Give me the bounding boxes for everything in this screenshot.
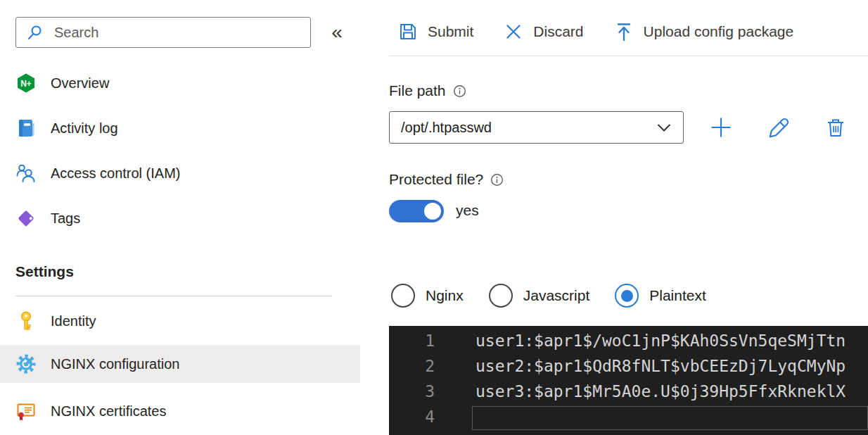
discard-label: Discard bbox=[533, 23, 583, 40]
radio-nginx[interactable]: Nginx bbox=[391, 284, 464, 308]
radio-javascript[interactable]: Javascript bbox=[489, 284, 590, 308]
sidebar-item-label: Overview bbox=[51, 75, 109, 92]
search-box[interactable] bbox=[15, 17, 311, 48]
sidebar-item-label: Tags bbox=[51, 210, 80, 227]
sidebar-item-label: NGINX certificates bbox=[51, 403, 166, 420]
line-text: user2:$apr1$QdR8fNLT$vbCEEzDj7LyqCMyNp bbox=[435, 357, 845, 375]
info-icon[interactable] bbox=[490, 173, 504, 187]
line-text: user3:$apr1$Mr5A0e.U$0j39Hp5FfxRkneklX bbox=[435, 382, 845, 401]
access-control-icon bbox=[15, 163, 37, 184]
save-icon bbox=[397, 21, 419, 42]
line-number: 4 bbox=[389, 408, 435, 426]
line-text: user1:$apr1$/woC1jnP$KAh0SsVn5qeSMjTtn bbox=[435, 332, 845, 350]
radio-circle-selected bbox=[615, 284, 639, 308]
file-path-label: File path bbox=[389, 82, 446, 99]
plus-icon bbox=[709, 115, 733, 139]
collapse-sidebar-button[interactable]: « bbox=[322, 18, 352, 46]
svg-text:N+: N+ bbox=[20, 79, 32, 89]
file-path-dropdown[interactable]: /opt/.htpasswd bbox=[389, 111, 684, 144]
toggle-knob bbox=[424, 203, 441, 220]
settings-divider bbox=[15, 296, 332, 296]
search-input[interactable] bbox=[54, 25, 302, 41]
close-icon bbox=[503, 21, 524, 42]
sidebar-item-label: NGINX configuration bbox=[51, 356, 179, 372]
settings-section-header: Settings bbox=[15, 263, 74, 280]
tag-icon bbox=[15, 208, 37, 229]
pencil-icon bbox=[768, 116, 791, 139]
editor-line: 3 user3:$apr1$Mr5A0e.U$0j39Hp5FfxRkneklX bbox=[389, 379, 868, 404]
submit-button[interactable]: Submit bbox=[397, 21, 473, 42]
editor-line: 1 user1:$apr1$/woC1jnP$KAh0SsVn5qeSMjTtn bbox=[389, 328, 868, 353]
file-path-value: /opt/.htpasswd bbox=[401, 120, 492, 136]
protected-file-label-row: Protected file? bbox=[389, 171, 504, 188]
gear-icon bbox=[15, 353, 37, 374]
sidebar-item-access-control[interactable]: Access control (IAM) bbox=[0, 153, 360, 193]
upload-label: Upload config package bbox=[644, 23, 794, 40]
protected-file-label: Protected file? bbox=[389, 171, 483, 188]
toolbar-divider bbox=[389, 56, 868, 56]
radio-label: Javascript bbox=[523, 287, 590, 304]
syntax-radio-group: Nginx Javascript Plaintext bbox=[391, 280, 706, 311]
radio-plaintext[interactable]: Plaintext bbox=[615, 284, 706, 308]
line-number: 1 bbox=[389, 332, 435, 350]
radio-label: Nginx bbox=[426, 287, 464, 304]
delete-file-button[interactable] bbox=[822, 111, 850, 144]
add-file-button[interactable] bbox=[707, 111, 735, 144]
current-line-highlight bbox=[472, 406, 868, 430]
protected-file-state: yes bbox=[456, 202, 479, 219]
command-bar: Submit Discard Upload config package bbox=[397, 15, 793, 49]
sidebar-item-nginx-configuration[interactable]: NGINX configuration bbox=[0, 345, 360, 383]
sidebar: « N+ Overview Activity log Access contro… bbox=[0, 0, 360, 435]
search-icon bbox=[25, 22, 46, 43]
submit-label: Submit bbox=[428, 23, 473, 40]
activity-log-icon bbox=[15, 118, 37, 139]
sidebar-item-overview[interactable]: N+ Overview bbox=[0, 63, 360, 103]
sidebar-item-activity-log[interactable]: Activity log bbox=[0, 108, 360, 148]
radio-circle bbox=[391, 284, 415, 308]
discard-button[interactable]: Discard bbox=[503, 21, 583, 42]
upload-icon bbox=[613, 21, 634, 42]
config-file-editor[interactable]: 1 user1:$apr1$/woC1jnP$KAh0SsVn5qeSMjTtn… bbox=[389, 326, 868, 435]
editor-line: 2 user2:$apr1$QdR8fNLT$vbCEEzDj7LyqCMyNp bbox=[389, 353, 868, 379]
radio-circle bbox=[489, 284, 513, 308]
line-number: 2 bbox=[389, 357, 435, 375]
file-path-label-row: File path bbox=[389, 82, 466, 99]
nginx-logo-icon: N+ bbox=[15, 72, 37, 94]
chevron-down-icon bbox=[656, 123, 672, 132]
sidebar-item-identity[interactable]: Identity bbox=[0, 301, 360, 341]
radio-label: Plaintext bbox=[649, 287, 706, 304]
sidebar-item-label: Identity bbox=[51, 313, 96, 329]
sidebar-item-label: Activity log bbox=[51, 120, 118, 137]
certificate-icon bbox=[15, 401, 37, 422]
trash-icon bbox=[825, 117, 846, 138]
edit-file-button[interactable] bbox=[765, 111, 793, 144]
sidebar-item-nginx-certificates[interactable]: NGINX certificates bbox=[0, 391, 360, 431]
key-icon bbox=[15, 310, 37, 332]
sidebar-item-label: Access control (IAM) bbox=[51, 165, 180, 182]
protected-file-toggle[interactable] bbox=[389, 200, 444, 222]
info-icon[interactable] bbox=[453, 84, 466, 98]
line-number: 3 bbox=[389, 382, 435, 401]
upload-config-package-button[interactable]: Upload config package bbox=[613, 21, 794, 42]
sidebar-item-tags[interactable]: Tags bbox=[0, 198, 360, 238]
